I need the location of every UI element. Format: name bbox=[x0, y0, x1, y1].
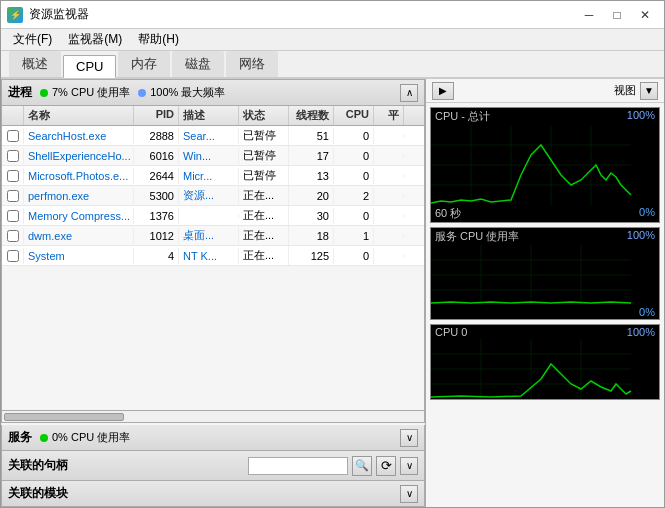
process-title: 进程 7% CPU 使用率 100% 最大频率 bbox=[8, 84, 225, 101]
process-name: perfmon.exe bbox=[24, 188, 134, 204]
handles-expand-button[interactable]: ∨ bbox=[400, 457, 418, 475]
scrollbar-thumb[interactable] bbox=[4, 413, 124, 421]
process-avg bbox=[374, 194, 404, 198]
title-bar-left: ⚡ 资源监视器 bbox=[7, 6, 89, 23]
handles-refresh-button[interactable]: ⟳ bbox=[376, 456, 396, 476]
process-label: 进程 bbox=[8, 84, 32, 101]
modules-label: 关联的模块 bbox=[8, 485, 68, 502]
table-row[interactable]: perfmon.exe 5300 资源... 正在... 20 2 bbox=[2, 186, 424, 206]
process-threads: 30 bbox=[289, 208, 334, 224]
chart-label: CPU - 总计 bbox=[435, 109, 490, 124]
col-header-threads[interactable]: 线程数 bbox=[289, 106, 334, 125]
left-panel: 进程 7% CPU 使用率 100% 最大频率 ∧ bbox=[1, 79, 426, 507]
row-checkbox[interactable] bbox=[2, 168, 24, 184]
row-checkbox[interactable] bbox=[2, 188, 24, 204]
col-header-pid[interactable]: PID bbox=[134, 106, 179, 125]
main-window: ⚡ 资源监视器 ─ □ ✕ 文件(F) 监视器(M) 帮助(H) 概述 CPU … bbox=[0, 0, 665, 508]
process-cpu: 0 bbox=[334, 168, 374, 184]
minimize-button[interactable]: ─ bbox=[576, 5, 602, 25]
row-checkbox[interactable] bbox=[2, 228, 24, 244]
modules-title: 关联的模块 bbox=[8, 485, 68, 502]
process-avg bbox=[374, 174, 404, 178]
process-desc: 桌面... bbox=[179, 226, 239, 245]
menu-file[interactable]: 文件(F) bbox=[5, 29, 60, 50]
col-header-desc[interactable]: 描述 bbox=[179, 106, 239, 125]
cpu-total-chart: CPU - 总计 100% bbox=[430, 107, 660, 223]
view-controls: 视图 ▼ bbox=[614, 82, 658, 100]
col-header-status[interactable]: 状态 bbox=[239, 106, 289, 125]
table-row[interactable]: ShellExperienceHo... 6016 Win... 已暂停 17 … bbox=[2, 146, 424, 166]
process-threads: 13 bbox=[289, 168, 334, 184]
process-name: Memory Compress... bbox=[24, 208, 134, 224]
cpu-freq-dot bbox=[138, 89, 146, 97]
services-label: 服务 bbox=[8, 429, 32, 446]
table-row[interactable]: System 4 NT K... 正在... 125 0 bbox=[2, 246, 424, 266]
process-expand-button[interactable]: ∧ bbox=[400, 84, 418, 102]
horizontal-scrollbar[interactable] bbox=[1, 411, 425, 423]
process-pid: 6016 bbox=[134, 148, 179, 164]
process-pid: 2888 bbox=[134, 128, 179, 144]
main-content: 进程 7% CPU 使用率 100% 最大频率 ∧ bbox=[1, 79, 664, 507]
col-header-avg[interactable]: 平 bbox=[374, 106, 404, 125]
process-threads: 125 bbox=[289, 248, 334, 264]
process-table-body[interactable]: SearchHost.exe 2888 Sear... 已暂停 51 0 She… bbox=[2, 126, 424, 410]
table-row[interactable]: dwm.exe 1012 桌面... 正在... 18 1 bbox=[2, 226, 424, 246]
process-threads: 18 bbox=[289, 228, 334, 244]
tab-disk[interactable]: 磁盘 bbox=[172, 51, 224, 77]
row-checkbox[interactable] bbox=[2, 208, 24, 224]
chart-label: CPU 0 bbox=[435, 326, 467, 338]
process-avg bbox=[374, 154, 404, 158]
navigate-back-button[interactable]: ▶ bbox=[432, 82, 454, 100]
col-header-cpu[interactable]: CPU bbox=[334, 106, 374, 125]
window-controls: ─ □ ✕ bbox=[576, 5, 658, 25]
cpu-freq-indicator: 100% 最大频率 bbox=[138, 85, 225, 100]
tab-cpu[interactable]: CPU bbox=[63, 55, 116, 78]
modules-expand-button[interactable]: ∨ bbox=[400, 485, 418, 503]
table-row[interactable]: SearchHost.exe 2888 Sear... 已暂停 51 0 bbox=[2, 126, 424, 146]
title-bar: ⚡ 资源监视器 ─ □ ✕ bbox=[1, 1, 664, 29]
process-desc: Micr... bbox=[179, 168, 239, 184]
services-expand-button[interactable]: ∨ bbox=[400, 429, 418, 447]
process-desc: Win... bbox=[179, 148, 239, 164]
services-cpu-dot bbox=[40, 434, 48, 442]
view-dropdown-button[interactable]: ▼ bbox=[640, 82, 658, 100]
chart-body bbox=[431, 245, 659, 305]
chart-header: 服务 CPU 使用率 100% bbox=[431, 228, 659, 245]
services-section[interactable]: 服务 0% CPU 使用率 ∨ bbox=[1, 425, 425, 451]
chart-time: 60 秒 bbox=[435, 206, 461, 221]
chart-footer: 0% bbox=[431, 305, 659, 319]
tab-memory[interactable]: 内存 bbox=[118, 51, 170, 77]
cpu-0-chart: CPU 0 100% bbox=[430, 324, 660, 400]
row-checkbox[interactable] bbox=[2, 128, 24, 144]
nav-tabs: 概述 CPU 内存 磁盘 网络 bbox=[1, 51, 664, 79]
handles-controls: 🔍 ⟳ ∨ bbox=[248, 456, 418, 476]
right-toolbar: ▶ 视图 ▼ bbox=[426, 79, 664, 103]
tab-network[interactable]: 网络 bbox=[226, 51, 278, 77]
tab-overview[interactable]: 概述 bbox=[9, 51, 61, 77]
right-panel: ▶ 视图 ▼ CPU - 总计 100% bbox=[426, 79, 664, 507]
close-button[interactable]: ✕ bbox=[632, 5, 658, 25]
process-threads: 20 bbox=[289, 188, 334, 204]
process-desc: Sear... bbox=[179, 128, 239, 144]
table-row[interactable]: Memory Compress... 1376 正在... 30 0 bbox=[2, 206, 424, 226]
handles-search-button[interactable]: 🔍 bbox=[352, 456, 372, 476]
menu-bar: 文件(F) 监视器(M) 帮助(H) bbox=[1, 29, 664, 51]
table-row[interactable]: Microsoft.Photos.e... 2644 Micr... 已暂停 1… bbox=[2, 166, 424, 186]
modules-section[interactable]: 关联的模块 ∨ bbox=[1, 481, 425, 507]
menu-help[interactable]: 帮助(H) bbox=[130, 29, 187, 50]
menu-monitor[interactable]: 监视器(M) bbox=[60, 29, 130, 50]
process-threads: 51 bbox=[289, 128, 334, 144]
maximize-button[interactable]: □ bbox=[604, 5, 630, 25]
row-checkbox[interactable] bbox=[2, 248, 24, 264]
process-name: dwm.exe bbox=[24, 228, 134, 244]
process-cpu: 1 bbox=[334, 228, 374, 244]
chart-pct: 0% bbox=[639, 206, 655, 221]
col-header-name[interactable]: 名称 bbox=[24, 106, 134, 125]
cpu-freq-text: 100% 最大频率 bbox=[150, 85, 225, 100]
process-status: 正在... bbox=[239, 246, 289, 265]
row-checkbox[interactable] bbox=[2, 148, 24, 164]
col-header-check[interactable] bbox=[2, 106, 24, 125]
process-status: 已暂停 bbox=[239, 146, 289, 165]
handles-search-input[interactable] bbox=[248, 457, 348, 475]
process-threads: 17 bbox=[289, 148, 334, 164]
